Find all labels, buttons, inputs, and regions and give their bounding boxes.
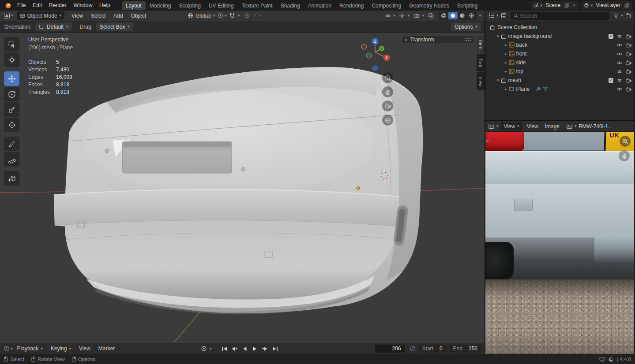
pan-hand-icon[interactable] xyxy=(619,150,630,161)
image-editor-canvas[interactable]: UK xyxy=(485,132,634,354)
play-reverse-button[interactable] xyxy=(241,345,248,352)
timeline-marker-menu[interactable]: Marker xyxy=(95,345,118,352)
image-editor-mode-dropdown[interactable]: View ▾ xyxy=(501,123,522,130)
pan-hand-icon[interactable] xyxy=(382,86,393,97)
xray-toggle-icon[interactable] xyxy=(428,13,434,19)
menu-edit[interactable]: Edit xyxy=(29,0,45,11)
shading-rendered-button[interactable] xyxy=(467,12,476,19)
tab-tool[interactable]: Tool xyxy=(477,54,485,71)
workspace-tab-texture-paint[interactable]: Texture Paint xyxy=(238,1,277,10)
outliner-row-back[interactable]: ▸ back xyxy=(485,41,634,49)
workspace-tab-uv-editing[interactable]: UV Editing xyxy=(205,1,238,10)
menu-help[interactable]: Help xyxy=(96,0,114,11)
current-frame-field[interactable]: 206 xyxy=(375,345,405,353)
camera-visibility-icon[interactable] xyxy=(626,78,631,83)
blender-menu-button[interactable] xyxy=(3,2,14,9)
shading-material-button[interactable] xyxy=(458,12,467,19)
play-button[interactable] xyxy=(251,345,259,352)
viewlayer-selector[interactable]: ▾ ViewLayer xyxy=(582,1,632,10)
camera-visibility-icon[interactable] xyxy=(626,69,631,74)
show-gizmo-icon[interactable] xyxy=(399,13,405,19)
camera-visibility-icon[interactable] xyxy=(626,34,631,39)
workspace-tab-compositing[interactable]: Compositing xyxy=(368,1,405,10)
tool-select-box-button[interactable] xyxy=(4,37,19,52)
shading-wireframe-button[interactable] xyxy=(439,12,448,19)
chevron-down-icon[interactable]: ▾ xyxy=(496,124,499,128)
eye-icon[interactable] xyxy=(616,34,623,39)
snap-settings-chevron-icon[interactable]: ▾ xyxy=(238,14,240,18)
disclosure-closed-icon[interactable]: ▸ xyxy=(505,61,507,65)
end-frame-field[interactable]: End 250 xyxy=(449,345,481,353)
workspace-tab-rendering[interactable]: Rendering xyxy=(335,1,368,10)
image-editor-image-menu[interactable]: Image xyxy=(543,123,562,130)
eye-icon[interactable] xyxy=(616,43,623,48)
outliner-row-front[interactable]: ▸ front xyxy=(485,49,634,58)
drag-mode-dropdown[interactable]: Select Box ▾ xyxy=(96,22,133,31)
object-visibility-icon[interactable] xyxy=(385,13,391,19)
exclude-checkbox[interactable]: ✓ xyxy=(609,78,613,83)
falloff-dropdown[interactable]: ▾ xyxy=(252,13,262,19)
scene-selector[interactable]: ▾ Scene × xyxy=(531,1,579,10)
toggle-perspective-icon[interactable] xyxy=(382,115,393,126)
orientation-dropdown[interactable]: Global ▾ xyxy=(188,13,215,19)
workspace-tab-sculpting[interactable]: Sculpting xyxy=(175,1,205,10)
default-orientation-dropdown[interactable]: Default ▾ xyxy=(35,22,72,31)
snap-magnet-icon[interactable] xyxy=(229,13,235,19)
exclude-checkbox[interactable]: ✓ xyxy=(609,34,613,39)
chevron-down-icon[interactable]: ▾ xyxy=(621,14,623,18)
menu-object[interactable]: Object xyxy=(128,13,150,19)
system-extensions-icon[interactable] xyxy=(599,357,605,362)
outliner-row-scene-collection[interactable]: Scene Collection xyxy=(485,23,634,32)
shading-solid-button[interactable] xyxy=(448,12,458,19)
disclosure-closed-icon[interactable]: ▸ xyxy=(505,87,507,91)
editor-type-image-icon[interactable] xyxy=(488,123,494,129)
zoom-icon[interactable] xyxy=(382,72,393,83)
outliner-row-image-background[interactable]: ▾ image background ✓ xyxy=(485,32,634,41)
keying-menu[interactable]: Keying ▾ xyxy=(47,345,75,352)
menu-select[interactable]: Select xyxy=(87,13,109,19)
jump-next-keyframe-button[interactable] xyxy=(261,345,269,352)
outliner-search[interactable] xyxy=(511,12,610,20)
panel-grip-icon[interactable] xyxy=(464,38,471,41)
playback-menu[interactable]: Playback ▾ xyxy=(14,345,46,352)
show-overlays-icon[interactable] xyxy=(413,13,420,19)
disclosure-open-icon[interactable]: ▾ xyxy=(497,34,499,38)
editor-type-3d-viewport-icon[interactable] xyxy=(4,12,10,19)
camera-view-icon[interactable] xyxy=(382,100,393,111)
transform-panel-header[interactable]: ▸ Transform xyxy=(402,36,474,43)
outliner-row-side[interactable]: ▸ side xyxy=(485,58,634,67)
timeline-view-menu[interactable]: View xyxy=(75,345,94,352)
chevron-down-icon[interactable]: ▾ xyxy=(575,124,577,128)
eye-icon[interactable] xyxy=(616,87,623,92)
outliner-row-top[interactable]: ▸ top xyxy=(485,67,634,76)
chevron-down-icon[interactable]: ▾ xyxy=(11,14,13,18)
workspace-tab-modeling[interactable]: Modeling xyxy=(146,1,175,10)
duplicate-scene-icon[interactable] xyxy=(564,3,570,8)
editor-type-timeline-icon[interactable] xyxy=(4,345,10,352)
chevron-down-icon[interactable]: ▾ xyxy=(393,14,395,18)
mode-dropdown[interactable]: Object Mode ▾ xyxy=(17,11,65,20)
proportional-edit-icon[interactable] xyxy=(244,13,250,19)
workspace-tab-scripting[interactable]: Scripting xyxy=(453,1,482,10)
image-datablock-icon[interactable] xyxy=(567,123,572,129)
jump-to-end-button[interactable] xyxy=(271,345,279,352)
duplicate-viewlayer-icon[interactable] xyxy=(624,3,630,8)
region-expand-arrow[interactable] xyxy=(485,139,488,143)
image-name[interactable]: BMW-740i-1... xyxy=(579,123,612,130)
workspace-tab-layout[interactable]: Layout xyxy=(122,1,146,10)
chevron-down-icon[interactable]: ▾ xyxy=(407,14,410,18)
workspace-tab-shading[interactable]: Shading xyxy=(277,1,304,10)
orientation-gizmo[interactable]: Z Y X xyxy=(357,35,393,75)
camera-visibility-icon[interactable] xyxy=(626,52,631,56)
shading-settings-chevron-icon[interactable]: ▾ xyxy=(479,14,481,18)
menu-view[interactable]: View xyxy=(68,13,86,19)
menu-window[interactable]: Window xyxy=(70,0,96,11)
filter-icon[interactable] xyxy=(613,13,619,19)
auto-keying-icon[interactable] xyxy=(201,345,207,352)
menu-add[interactable]: Add xyxy=(110,13,126,19)
disclosure-closed-icon[interactable]: ▸ xyxy=(505,70,507,74)
disclosure-closed-icon[interactable]: ▸ xyxy=(505,52,507,56)
chevron-down-icon[interactable]: ▾ xyxy=(210,347,212,351)
chevron-down-icon[interactable]: ▾ xyxy=(496,14,499,18)
disclosure-open-icon[interactable]: ▾ xyxy=(497,78,499,82)
